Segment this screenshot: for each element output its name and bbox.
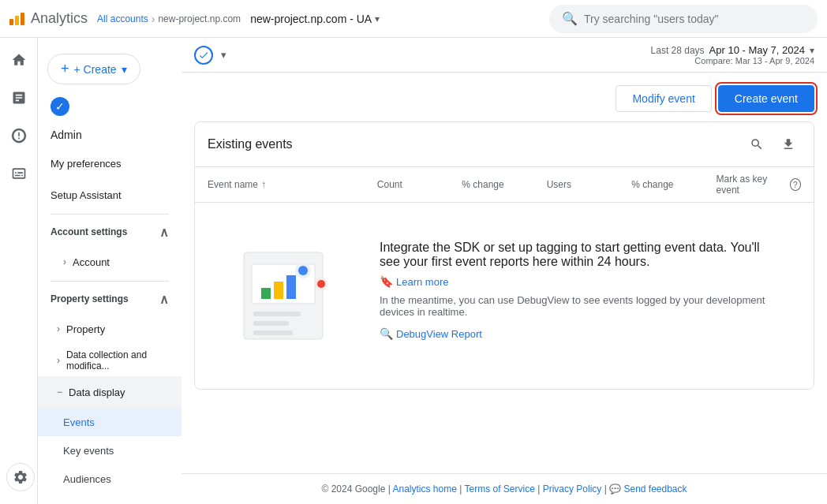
feedback-link[interactable]: Send feedback: [623, 483, 687, 495]
explore-icon-nav[interactable]: [0, 117, 38, 155]
property-settings-chevron: ∧: [159, 292, 169, 307]
feedback-icon: 💬: [609, 483, 621, 495]
col-key-event-label: Mark as key event: [717, 174, 784, 196]
search-input[interactable]: [584, 13, 805, 25]
content-header: ▾ Last 28 days Apr 10 - May 7, 2024 ▾ Co…: [181, 38, 827, 73]
home-icon-nav[interactable]: [0, 41, 38, 79]
create-label: + Create: [74, 63, 117, 76]
setup-check-item[interactable]: ✓: [38, 91, 181, 122]
empty-heading: Integrate the SDK or set up tagging to s…: [380, 241, 780, 269]
col-users-label: Users: [547, 179, 571, 190]
logo-bar-2: [15, 16, 19, 25]
property-name: new-project.np.com - UA: [250, 13, 372, 25]
property-item[interactable]: › Property: [38, 313, 181, 345]
setup-assistant-label: Setup Assistant: [51, 189, 122, 201]
advertising-icon-nav[interactable]: [0, 155, 38, 192]
property-selector[interactable]: new-project.np.com - UA ▾: [250, 13, 380, 25]
chevron-right-icon: ›: [63, 256, 66, 267]
my-preferences-item[interactable]: My preferences: [38, 147, 181, 179]
account-settings-section[interactable]: Account settings ∧: [38, 218, 181, 246]
date-range-info: Last 28 days Apr 10 - May 7, 2024 ▾ Comp…: [651, 44, 814, 65]
property-dropdown-arrow: ▾: [375, 13, 380, 24]
terms-link[interactable]: Terms of Service: [464, 483, 534, 495]
key-event-info-icon[interactable]: ?: [790, 178, 801, 191]
col-change-2-label: % change: [631, 179, 673, 190]
sort-icon: ↑: [261, 179, 266, 190]
divider-1: [51, 214, 169, 215]
debugview-icon: 🔍: [380, 327, 393, 340]
reports-icon-nav[interactable]: [0, 79, 38, 117]
svg-rect-2: [253, 312, 301, 316]
account-item-row: › Account: [38, 246, 181, 278]
account-label: Account: [73, 256, 110, 268]
col-event-name[interactable]: Event name ↑: [208, 174, 377, 196]
learn-more-link[interactable]: Learn more: [396, 276, 448, 288]
sidebar-nav: + + Create ▾ ✓ Admin: [38, 38, 181, 504]
data-display-item[interactable]: − Data display: [38, 376, 181, 408]
key-events-label: Key events: [63, 445, 114, 457]
logo-bar-1: [9, 19, 13, 25]
settings-gear-button[interactable]: [6, 463, 35, 491]
debugview-report-link[interactable]: DebugView Report: [396, 328, 482, 340]
existing-events-title: Existing events: [208, 137, 293, 151]
create-dropdown-arrow: ▾: [122, 63, 127, 76]
svg-rect-7: [274, 282, 283, 299]
search-bar: 🔍: [549, 5, 818, 33]
col-event-name-label: Event name: [208, 179, 258, 190]
check-complete: ✓: [51, 97, 69, 116]
events-actions: Modify event Create event: [194, 85, 814, 112]
compare-row: Compare: Mar 13 - Apr 9, 2024: [651, 56, 814, 65]
logo-area: Analytics: [9, 10, 88, 27]
content-check[interactable]: ▾: [194, 46, 226, 65]
create-button[interactable]: + + Create ▾: [47, 54, 140, 84]
property-settings-section[interactable]: Property settings ∧: [38, 285, 181, 313]
data-display-label: Data display: [69, 386, 125, 398]
modify-event-button[interactable]: Modify event: [616, 85, 711, 112]
col-change-1-label: % change: [462, 179, 503, 190]
audiences-label: Audiences: [63, 473, 111, 485]
last-28-label: Last 28 days: [651, 45, 705, 56]
custom-definitions-label: Custom definitions: [63, 502, 148, 505]
all-accounts-link[interactable]: All accounts: [97, 13, 148, 24]
main-layout: + + Create ▾ ✓ Admin: [0, 38, 827, 504]
breadcrumb-nav: ▾: [194, 46, 226, 65]
date-range[interactable]: Last 28 days Apr 10 - May 7, 2024 ▾ Comp…: [651, 44, 814, 65]
compare-date: Mar 13 - Apr 9, 2024: [735, 56, 814, 65]
custom-definitions-sub-item[interactable]: Custom definitions: [38, 493, 181, 504]
key-events-sub-item[interactable]: Key events: [38, 436, 181, 465]
audiences-sub-item[interactable]: Audiences: [38, 465, 181, 493]
my-preferences-label: My preferences: [51, 158, 122, 170]
col-change-1: % change: [462, 174, 546, 196]
events-panel: Modify event Create event Existing event…: [181, 73, 827, 473]
table-download-button[interactable]: [776, 132, 801, 157]
empty-state: Integrate the SDK or set up tagging to s…: [195, 203, 814, 389]
empty-text: Integrate the SDK or set up tagging to s…: [380, 241, 780, 346]
setup-assistant-item[interactable]: Setup Assistant: [38, 179, 181, 211]
account-name: new-project.np.com: [158, 13, 241, 24]
debugview-row: 🔍 DebugView Report: [380, 327, 780, 340]
table-search-button[interactable]: [744, 132, 769, 157]
create-button-area: + + Create ▾: [38, 44, 181, 91]
top-header: Analytics All accounts › new-project.np.…: [0, 0, 827, 38]
breadcrumb-separator: ›: [152, 13, 155, 25]
property-settings-label: Property settings: [51, 293, 129, 304]
svg-rect-6: [261, 288, 271, 299]
data-collection-item[interactable]: › Data collection and modifica...: [38, 345, 181, 376]
col-key-event: Mark as key event ?: [717, 174, 801, 196]
events-sub-item[interactable]: Events: [38, 408, 181, 436]
analytics-home-link[interactable]: Analytics home: [393, 483, 457, 495]
account-item[interactable]: › Account: [44, 246, 181, 278]
col-count-label: Count: [377, 179, 402, 190]
col-users: Users: [547, 174, 631, 196]
privacy-link[interactable]: Privacy Policy: [543, 483, 602, 495]
chevron-right-icon-data: ›: [57, 355, 60, 366]
search-icon: 🔍: [562, 11, 578, 26]
plus-icon: +: [61, 61, 69, 77]
create-event-button[interactable]: Create event: [718, 85, 814, 112]
divider-2: [51, 281, 169, 282]
compare-label: Compare:: [694, 56, 732, 65]
account-settings-label: Account settings: [51, 226, 127, 237]
account-settings-chevron: ∧: [159, 225, 169, 240]
app-name: Analytics: [31, 10, 88, 27]
svg-rect-8: [286, 275, 296, 299]
